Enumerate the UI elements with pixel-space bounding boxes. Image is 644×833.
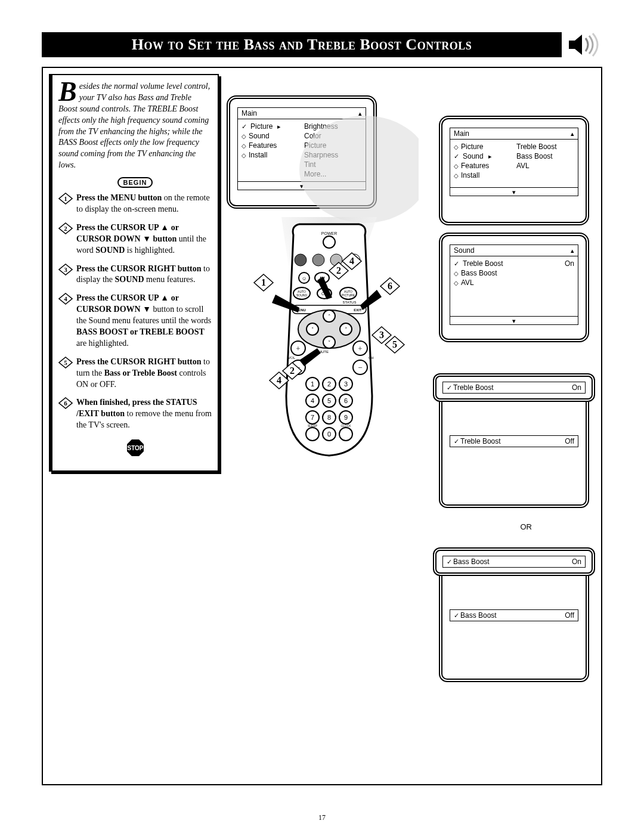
svg-text:˅: ˅ [328,340,331,346]
svg-text:PICTURE: PICTURE [342,293,355,297]
svg-text:POWER: POWER [321,231,337,236]
tv-screen-treble-off: Treble Boost Off [439,389,589,508]
svg-text:0: 0 [327,431,331,438]
svg-point-15 [299,116,419,223]
svg-text:1: 1 [311,380,314,388]
svg-text:2: 2 [336,265,341,275]
svg-text:+: + [296,344,300,353]
step-number-3: 3 [58,264,73,275]
svg-text:˄: ˄ [328,314,331,320]
step-number-4: 4 [58,293,73,305]
svg-point-20 [312,254,324,266]
svg-text:1: 1 [64,195,67,202]
drop-cap: B [58,81,79,103]
svg-text:☺: ☺ [301,275,306,281]
svg-text:STATUS: STATUS [343,301,357,304]
content-frame: Besides the normal volume level control,… [42,67,602,785]
step-6: 6 When finished, press the STATUS /EXIT … [58,397,212,431]
stop-marker: STOP [58,438,212,457]
intro-text: esides the normal volume level control, … [58,82,210,169]
step-number-1: 1 [58,193,73,205]
svg-text:−: − [358,363,362,372]
svg-text:6: 6 [64,400,67,407]
step-number-6: 6 [58,397,73,409]
begin-pill: BEGIN [117,177,153,188]
svg-text:VOL: VOL [288,356,296,360]
step-5: 5 Press the CURSOR RIGHT button to turn … [58,357,212,391]
svg-text:4: 4 [311,397,314,404]
remote-illustration: POWER ☺ AV AUTO SOUND CC AUTO [222,98,419,479]
intro-paragraph: Besides the normal volume level control,… [58,81,212,171]
svg-text:4: 4 [64,295,67,302]
svg-text:2: 2 [327,380,331,388]
svg-text:4: 4 [277,375,281,385]
svg-text:CH: CH [369,356,374,360]
svg-text:1: 1 [261,277,266,287]
svg-text:2: 2 [64,225,67,232]
step-1: 1 Press the MENU button on the remote to… [58,193,212,215]
svg-point-80 [339,428,352,441]
speaker-icon [566,32,602,57]
svg-text:5: 5 [327,397,331,404]
svg-text:4: 4 [349,256,354,266]
svg-text:3: 3 [344,380,348,388]
tv-screen-sound-submenu: Sound Treble Boost ◇Bass Boost ◇AVL On [439,233,589,342]
svg-text:3: 3 [64,266,67,273]
step-number-5: 5 [58,357,73,368]
step-4: 4 Press the CURSOR UP ▲ or CURSOR DOWN ▼… [58,293,212,349]
svg-text:5: 5 [392,339,397,349]
svg-point-18 [323,236,335,248]
svg-point-77 [306,428,319,441]
svg-text:8: 8 [327,414,331,421]
svg-text:SOUND: SOUND [296,293,307,297]
stop-icon: STOP [126,438,145,457]
title-bar: How to Set the Bass and Treble Boost Con… [42,32,602,57]
svg-text:EXIT: EXIT [354,308,362,312]
instructions-panel: Besides the normal volume level control,… [49,74,219,472]
page-number: 17 [0,813,644,822]
strip-bass-on: Bass Boost On [433,547,595,576]
step-2: 2 Press the CURSOR UP ▲ or CURSOR DOWN ▼… [58,222,212,256]
step-3: 3 Press the CURSOR RIGHT button to displ… [58,264,212,286]
manual-page: How to Set the Bass and Treble Boost Con… [0,0,644,833]
svg-text:˂: ˂ [311,327,314,333]
svg-text:6: 6 [344,397,348,404]
svg-text:CLOCK: CLOCK [340,424,351,428]
svg-text:+: + [358,344,362,353]
svg-text:5: 5 [64,359,67,366]
tv-screen-main-sound: Main ◇Picture Sound ◇Features ◇Install T… [439,116,589,225]
begin-marker: BEGIN [58,177,212,188]
svg-text:SLEEP: SLEEP [308,424,318,428]
svg-text:STOP: STOP [127,445,143,451]
or-label: OR [521,522,532,531]
svg-text:6: 6 [388,281,392,291]
svg-point-19 [295,254,306,266]
svg-text:3: 3 [379,330,384,340]
svg-text:2: 2 [290,366,295,376]
strip-treble-on: Treble Boost On [433,373,595,402]
tv-screen-bass-off: Bass Boost Off [439,563,589,682]
step-number-2: 2 [58,222,73,234]
svg-text:˃: ˃ [345,327,348,333]
page-title: How to Set the Bass and Treble Boost Con… [42,32,562,57]
svg-text:9: 9 [344,414,348,421]
svg-marker-0 [569,35,582,55]
svg-text:7: 7 [311,414,314,421]
